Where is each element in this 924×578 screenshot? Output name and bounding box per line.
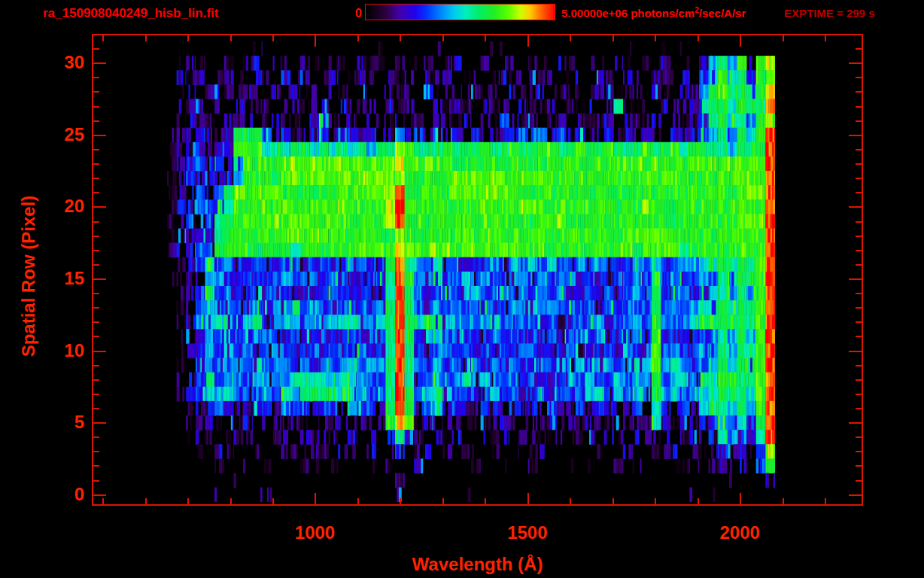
y-tick-label: 10	[64, 340, 84, 361]
axis-tick	[93, 178, 99, 179]
axis-tick	[849, 62, 862, 64]
axis-tick	[272, 35, 274, 41]
axis-tick	[102, 498, 104, 504]
axis-tick	[740, 493, 741, 504]
x-tick-label: 1500	[507, 522, 547, 543]
x-axis-title: Wavelength (Å)	[92, 554, 863, 575]
axis-tick	[856, 250, 862, 251]
axis-tick	[849, 278, 862, 280]
axis-tick	[93, 206, 106, 208]
axis-tick	[856, 236, 862, 237]
axis-tick	[856, 437, 862, 438]
axis-tick	[93, 163, 99, 165]
x-axis-tick-labels: 100015002000	[0, 522, 924, 545]
axis-tick	[849, 422, 862, 424]
y-axis-title: Spatial Row (Pixel)	[18, 148, 39, 404]
axis-tick	[856, 91, 862, 93]
axis-tick	[856, 408, 862, 409]
axis-tick	[849, 135, 862, 136]
axis-tick	[612, 35, 614, 41]
axis-tick	[102, 35, 104, 41]
axis-tick	[187, 35, 189, 41]
axis-tick	[272, 498, 274, 504]
axis-tick	[570, 35, 571, 41]
axis-tick	[93, 494, 106, 496]
axis-tick	[93, 77, 99, 78]
axis-tick	[856, 221, 862, 223]
axis-tick	[698, 498, 699, 504]
y-tick-label: 25	[64, 124, 84, 145]
axis-tick	[93, 48, 99, 50]
y-tick-label: 15	[64, 268, 84, 289]
axis-tick	[93, 465, 99, 467]
axis-tick	[856, 394, 862, 395]
axis-tick	[856, 264, 862, 266]
axis-tick	[856, 336, 862, 337]
y-axis-tick-labels: 051015202530	[0, 0, 84, 578]
axis-tick	[93, 192, 99, 193]
axis-tick	[856, 365, 862, 367]
axis-tick	[825, 35, 826, 41]
axis-tick	[856, 451, 862, 452]
axis-tick	[93, 394, 99, 395]
axis-tick	[442, 498, 444, 504]
axis-tick	[93, 264, 99, 266]
axis-tick	[93, 408, 99, 409]
axis-tick	[93, 480, 99, 482]
axis-tick	[93, 91, 99, 93]
axis-tick	[485, 35, 486, 41]
axis-tick	[93, 379, 99, 381]
axis-tick	[93, 236, 99, 237]
colorbar-max-suffix: /sec/A/sr	[699, 7, 746, 20]
axis-tick	[315, 35, 316, 47]
axis-tick	[93, 62, 106, 64]
axis-tick	[856, 149, 862, 151]
axis-tick	[93, 106, 99, 108]
plot-window: ra_150908040249_hisb_lin.fit 0 5.00000e+…	[0, 0, 924, 578]
exptime-label: EXPTIME = 299 s	[784, 7, 874, 20]
axis-tick	[93, 120, 99, 122]
axis-tick	[856, 178, 862, 179]
axis-tick	[145, 35, 147, 41]
axis-tick	[825, 498, 826, 504]
axis-tick	[93, 307, 99, 309]
axis-tick	[698, 35, 699, 41]
axis-tick	[612, 498, 614, 504]
axis-tick	[849, 206, 862, 208]
spectrogram-heatmap	[167, 41, 775, 502]
axis-tick	[740, 35, 741, 47]
y-tick-label: 30	[64, 52, 84, 73]
colorbar-gradient	[365, 4, 555, 20]
y-tick-label: 0	[74, 484, 84, 505]
axis-tick	[187, 498, 189, 504]
axis-tick	[442, 35, 444, 41]
colorbar-max-label: 5.00000e+06 photons/cm2/sec/A/sr	[561, 6, 746, 20]
axis-tick	[849, 351, 862, 352]
axis-tick	[93, 221, 99, 223]
axis-tick	[145, 498, 147, 504]
axis-tick	[856, 77, 862, 78]
axis-tick	[357, 35, 359, 41]
axis-tick	[655, 35, 656, 41]
x-tick-label: 2000	[720, 522, 760, 543]
axis-tick	[93, 149, 99, 151]
axis-tick	[93, 278, 106, 280]
axis-tick	[856, 379, 862, 381]
axis-tick	[527, 493, 529, 504]
axis-tick	[400, 35, 401, 41]
axis-tick	[856, 321, 862, 323]
axis-tick	[93, 293, 99, 294]
axis-tick	[856, 163, 862, 165]
axis-tick	[655, 498, 656, 504]
axis-tick	[856, 293, 862, 294]
axis-tick	[856, 120, 862, 122]
axis-tick	[856, 106, 862, 108]
axis-tick	[856, 48, 862, 50]
axis-tick	[856, 480, 862, 482]
axis-tick	[93, 422, 106, 424]
axis-tick	[93, 250, 99, 251]
axis-tick	[93, 321, 99, 323]
axis-tick	[93, 351, 106, 352]
axis-tick	[230, 35, 232, 41]
axis-tick	[93, 437, 99, 438]
